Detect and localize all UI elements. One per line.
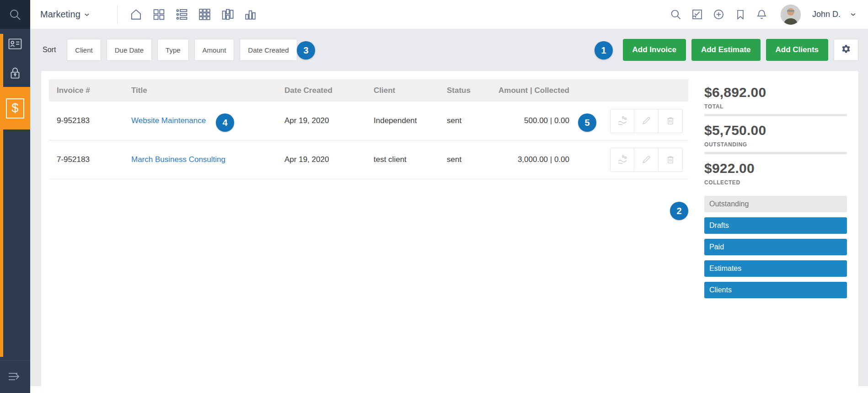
trash-icon xyxy=(665,155,675,165)
gear-icon xyxy=(840,44,852,56)
column-header-amount-collected: Amount | Collected xyxy=(498,86,569,95)
row-actions xyxy=(569,148,688,172)
collect-payment-button[interactable] xyxy=(610,109,634,133)
add-clients-button[interactable]: Add Clients xyxy=(766,39,828,61)
delete-button[interactable] xyxy=(659,109,683,133)
content-card: Invoice # Title Date Created Client Stat… xyxy=(41,71,858,393)
column-header-invoice: Invoice # xyxy=(49,86,123,95)
column-header-title: Title xyxy=(123,86,277,95)
sort-toolbar: Sort Client Due Date Type Amount Date Cr… xyxy=(41,29,858,71)
column-header-status: Status xyxy=(439,86,498,95)
row-action-group xyxy=(610,109,683,133)
view-switcher xyxy=(129,8,257,22)
topbar-divider xyxy=(117,5,118,24)
collected-label: COLLECTED xyxy=(704,179,847,186)
invoice-title-link[interactable]: March Business Consulting xyxy=(131,155,225,164)
hand-coins-icon xyxy=(617,154,628,165)
sort-by-amount-button[interactable]: Amount xyxy=(194,39,235,61)
sort-by-type-button[interactable]: Type xyxy=(157,39,189,61)
total-label: TOTAL xyxy=(704,103,847,110)
contact-card-icon xyxy=(7,36,23,52)
sort-by-due-date-button[interactable]: Due Date xyxy=(107,39,152,61)
search-icon[interactable] xyxy=(670,8,682,21)
filter-estimates-button[interactable]: Estimates xyxy=(704,260,847,277)
trash-icon xyxy=(665,116,675,126)
sidebar-search-button[interactable] xyxy=(0,0,30,29)
invoice-client: test client xyxy=(366,155,439,164)
invoice-client: Independent xyxy=(366,116,439,125)
sidebar-divider xyxy=(0,360,30,361)
annotation-badge-5: 5 xyxy=(578,113,596,132)
stat-divider xyxy=(704,114,847,116)
user-name[interactable]: John D. xyxy=(812,10,841,19)
collect-payment-button[interactable] xyxy=(610,148,634,172)
pencil-icon xyxy=(641,116,651,126)
dollar-icon: $ xyxy=(6,98,24,118)
invoice-amount-collected: 500.00 | 0.00 xyxy=(498,116,569,125)
table-header-row: Invoice # Title Date Created Client Stat… xyxy=(49,79,688,102)
expand-arrow-icon xyxy=(6,370,24,383)
small-grid-view-icon[interactable] xyxy=(198,8,212,22)
sidebar-expand-button[interactable] xyxy=(0,364,30,389)
settings-button[interactable] xyxy=(834,39,858,61)
annotation-badge-4: 4 xyxy=(216,113,234,132)
pencil-icon xyxy=(641,155,651,165)
lock-icon xyxy=(7,65,23,81)
avatar[interactable] xyxy=(781,5,801,25)
annotation-badge-2: 2 xyxy=(670,202,688,220)
bookmark-icon[interactable] xyxy=(734,8,747,21)
search-icon xyxy=(8,8,22,22)
invoice-number: 7-952183 xyxy=(49,155,123,164)
total-value: $6,892.00 xyxy=(704,85,847,100)
invoice-date-created: Apr 19, 2020 xyxy=(277,116,366,125)
top-navigation-bar: Marketing xyxy=(30,0,868,29)
summary-filters: Outstanding Drafts Paid Estimates Client… xyxy=(704,196,847,298)
tasks-icon[interactable] xyxy=(691,8,704,21)
invoice-title-link[interactable]: Website Maintenance xyxy=(131,116,206,125)
sort-by-client-button[interactable]: Client xyxy=(67,39,101,61)
grid-view-icon[interactable] xyxy=(152,8,166,22)
outstanding-label: OUTSTANDING xyxy=(704,141,847,148)
edit-button[interactable] xyxy=(634,109,659,133)
column-header-client: Client xyxy=(366,86,439,95)
user-menu-chevron-icon[interactable] xyxy=(849,11,857,18)
column-header-date-created: Date Created xyxy=(277,86,366,95)
add-icon[interactable] xyxy=(713,8,725,21)
collected-value: $922.00 xyxy=(704,161,847,176)
bar-chart-view-icon[interactable] xyxy=(244,8,257,22)
left-sidebar: $ xyxy=(0,0,30,393)
primary-actions: Add Invoice Add Estimate Add Clients xyxy=(623,39,858,61)
workspace-selector[interactable]: Marketing xyxy=(40,9,91,20)
sort-by-date-created-button[interactable]: Date Created xyxy=(240,39,297,61)
topbar-right-cluster: John D. xyxy=(670,5,868,25)
bell-icon[interactable] xyxy=(755,8,768,21)
workspace-name: Marketing xyxy=(40,9,80,20)
board-view-icon[interactable] xyxy=(221,8,235,22)
sidebar-item-invoicing-active[interactable]: $ xyxy=(0,87,30,129)
sort-label: Sort xyxy=(43,46,56,54)
hand-coins-icon xyxy=(617,115,628,126)
delete-button[interactable] xyxy=(659,148,683,172)
chevron-down-icon xyxy=(83,11,91,18)
outstanding-value: $5,750.00 xyxy=(704,123,847,138)
invoice-number: 9-952183 xyxy=(49,116,123,125)
sidebar-item-security[interactable] xyxy=(0,58,30,88)
sidebar-item-contacts[interactable] xyxy=(0,29,30,59)
filter-outstanding-button[interactable]: Outstanding xyxy=(704,196,847,212)
edit-button[interactable] xyxy=(634,148,659,172)
summary-stat-collected: $922.00 COLLECTED xyxy=(704,161,847,186)
filter-paid-button[interactable]: Paid xyxy=(704,239,847,255)
list-view-icon[interactable] xyxy=(175,8,189,22)
filter-clients-button[interactable]: Clients xyxy=(704,282,847,298)
invoice-status: sent xyxy=(439,116,498,125)
add-invoice-button[interactable]: Add Invoice xyxy=(623,39,686,61)
add-estimate-button[interactable]: Add Estimate xyxy=(691,39,761,61)
summary-stat-total: $6,892.00 TOTAL xyxy=(704,85,847,116)
financial-summary-panel: $6,892.00 TOTAL $5,750.00 OUTSTANDING $9… xyxy=(704,85,847,303)
table-row: 7-952183 March Business Consulting Apr 1… xyxy=(49,140,688,179)
row-action-group xyxy=(610,148,683,172)
stat-divider xyxy=(704,152,847,154)
filter-drafts-button[interactable]: Drafts xyxy=(704,217,847,234)
invoice-amount-collected: 3,000.00 | 0.00 xyxy=(498,155,569,164)
home-icon[interactable] xyxy=(129,8,143,22)
